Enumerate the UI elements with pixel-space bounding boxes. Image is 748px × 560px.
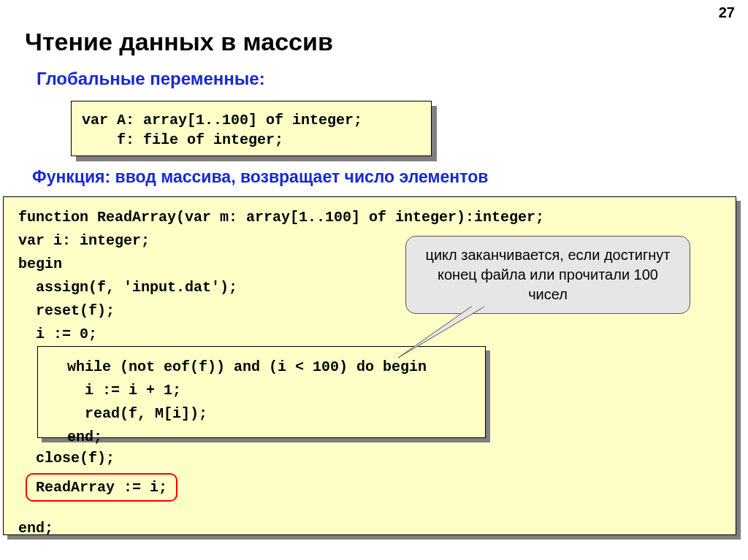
return-highlight: ReadArray := i; <box>26 473 178 502</box>
while-loop-codebox: while (not eof(f)) and (i < 100) do begi… <box>37 346 486 438</box>
page-number: 27 <box>719 4 735 21</box>
code-line: assign(f, 'input.dat'); <box>18 276 237 299</box>
code-line: i := 0; <box>18 323 97 346</box>
code-line: var i: integer; <box>18 229 150 253</box>
svg-marker-1 <box>472 307 484 307</box>
slide-title: Чтение данных в массив <box>25 28 333 56</box>
code-line: close(f); <box>18 447 115 470</box>
code-line: begin <box>18 253 62 276</box>
globals-codebox: var A: array[1..100] of integer; f: file… <box>71 101 432 156</box>
code-line: end; <box>18 517 53 540</box>
code-line: reset(f); <box>18 299 115 323</box>
subtitle-function: Функция: ввод массива, возвращает число … <box>32 167 488 187</box>
loop-callout: цикл заканчивается, если достигнут конец… <box>405 236 690 314</box>
function-codebox: function ReadArray(var m: array[1..100] … <box>3 196 736 535</box>
subtitle-globals: Глобальные переменные: <box>37 69 265 89</box>
code-line: function ReadArray(var m: array[1..100] … <box>18 206 544 229</box>
